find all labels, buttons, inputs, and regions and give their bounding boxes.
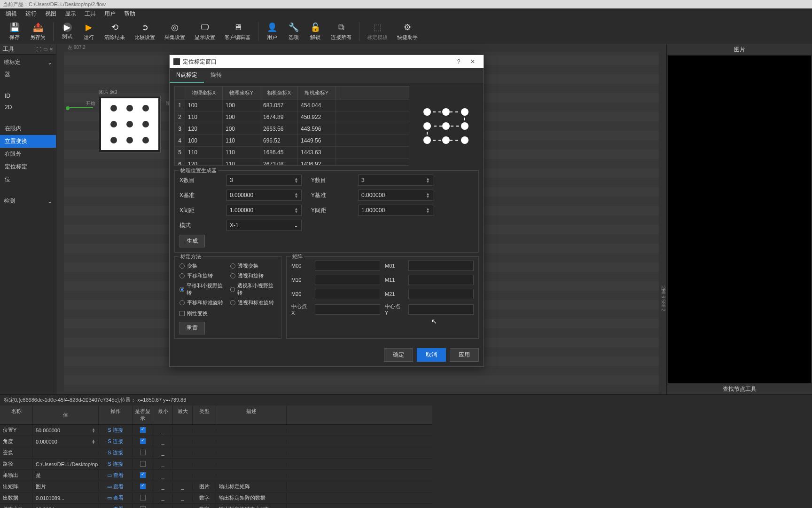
- ybase-input[interactable]: 0.000000▲▼: [358, 190, 433, 201]
- show-checkbox[interactable]: [140, 484, 146, 489]
- close-button[interactable]: ✕: [466, 58, 480, 65]
- value-cell[interactable]: 是: [33, 470, 99, 480]
- show-checkbox[interactable]: [140, 438, 146, 444]
- coord-row[interactable]: 51101101686.451443.63: [175, 146, 409, 158]
- op-link[interactable]: S 连接: [108, 438, 123, 444]
- capture-button[interactable]: ◎采集设置: [160, 20, 190, 43]
- coord-row[interactable]: 21101001674.89450.922: [175, 111, 409, 123]
- method-radio[interactable]: 透视变换: [230, 262, 276, 270]
- op-link[interactable]: S 连接: [108, 450, 123, 455]
- op-link[interactable]: S 连接: [108, 427, 123, 433]
- method-radio[interactable]: 平移和小视野旋转: [180, 282, 226, 296]
- help-button[interactable]: ?: [452, 58, 466, 65]
- connect-all-button[interactable]: ⧉连接所有: [326, 20, 356, 43]
- m11-input[interactable]: [408, 275, 474, 285]
- spinner-icon[interactable]: ▲▼: [294, 192, 298, 198]
- editor-button[interactable]: 🖥客户编辑器: [220, 20, 255, 43]
- xgap-input[interactable]: 1.000000▲▼: [226, 205, 302, 216]
- op-link[interactable]: ▭ 查看: [107, 495, 124, 500]
- centerx-input[interactable]: [315, 304, 380, 315]
- method-radio[interactable]: 透视和旋转: [230, 272, 276, 279]
- xbase-input[interactable]: 0.000000▲▼: [226, 190, 302, 201]
- show-checkbox[interactable]: [140, 427, 146, 433]
- value-cell[interactable]: 98.3954: [33, 505, 99, 508]
- coord-row[interactable]: 4100110696.521449.56: [175, 135, 409, 146]
- tree-item[interactable]: 位: [0, 173, 56, 186]
- close-icon[interactable]: ✕: [49, 47, 53, 52]
- m01-input[interactable]: [408, 261, 474, 271]
- cancel-button[interactable]: 取消: [417, 348, 446, 362]
- spinner-icon[interactable]: ▲▼: [426, 192, 430, 198]
- menu-tools[interactable]: 工具: [81, 8, 100, 19]
- show-checkbox[interactable]: [140, 495, 146, 500]
- tab-npoint[interactable]: N点标定: [170, 68, 204, 83]
- dialog-title-bar[interactable]: 定位标定窗口 ? ✕: [170, 55, 484, 68]
- menu-user[interactable]: 用户: [101, 8, 119, 19]
- xcount-input[interactable]: 3▲▼: [226, 175, 302, 186]
- options-button[interactable]: 🔧选项: [283, 20, 304, 43]
- user-button[interactable]: 👤用户: [261, 20, 283, 43]
- generate-button[interactable]: 生成: [180, 235, 205, 247]
- tree-item[interactable]: 在眼内: [0, 122, 56, 135]
- run-button[interactable]: ▶运行: [78, 20, 100, 43]
- op-link[interactable]: S 连接: [108, 461, 123, 467]
- value-cell[interactable]: C:/Users/DELL/Desktop/np/3.yaml: [33, 460, 99, 468]
- show-checkbox[interactable]: [140, 506, 146, 508]
- spinner-icon[interactable]: ▲▼: [426, 177, 430, 183]
- value-cell[interactable]: 50.000000▲▼: [33, 426, 99, 435]
- show-checkbox[interactable]: [140, 472, 146, 478]
- show-checkbox[interactable]: [140, 450, 146, 455]
- value-cell[interactable]: [33, 452, 99, 454]
- m00-input[interactable]: [315, 261, 380, 271]
- m10-input[interactable]: [315, 275, 380, 285]
- spinner-icon[interactable]: ▲▼: [294, 207, 298, 213]
- spinner-icon[interactable]: ▲▼: [426, 207, 430, 213]
- op-link[interactable]: ▭ 查看: [107, 484, 124, 489]
- method-radio[interactable]: 平移和标准旋转: [180, 299, 226, 306]
- image-viewer[interactable]: [668, 56, 811, 383]
- method-radio[interactable]: 透视和小视野旋转: [230, 282, 276, 296]
- tree-item[interactable]: 器: [0, 68, 56, 81]
- expand-icon[interactable]: ⛶: [37, 47, 41, 52]
- m20-input[interactable]: [315, 289, 380, 299]
- dock-icon[interactable]: ▭: [43, 47, 47, 52]
- ycount-input[interactable]: 3▲▼: [358, 175, 433, 186]
- centery-input[interactable]: [408, 304, 474, 315]
- tree-item-selected[interactable]: 立置变换: [0, 135, 56, 148]
- tree-group-calib[interactable]: 维标定⌄: [0, 56, 56, 68]
- value-cell[interactable]: 0.0101089...: [33, 494, 99, 502]
- menu-help[interactable]: 帮助: [120, 8, 139, 19]
- coord-table[interactable]: 物理坐标X 物理坐标Y 相机坐标X 相机坐标Y 1100100683.05745…: [174, 86, 409, 166]
- save-button[interactable]: 💾保存: [4, 20, 25, 43]
- menu-run[interactable]: 运行: [22, 8, 40, 19]
- spinner-icon[interactable]: ▲▼: [294, 177, 298, 183]
- op-link[interactable]: ▭ 查看: [107, 472, 124, 478]
- tree-item[interactable]: 定位标定: [0, 160, 56, 173]
- m21-input[interactable]: [408, 289, 474, 299]
- coord-row[interactable]: 61201102673.081436.92: [175, 158, 409, 165]
- calib-template-button[interactable]: ⬚标定模板: [362, 20, 392, 43]
- method-radio[interactable]: 变换: [180, 262, 226, 270]
- ok-button[interactable]: 确定: [384, 348, 413, 362]
- image-node[interactable]: 图片 源0 开始 输出: [99, 96, 161, 152]
- mode-select[interactable]: X-1⌄: [226, 220, 302, 231]
- menu-edit[interactable]: 编辑: [2, 8, 21, 19]
- apply-button[interactable]: 应用: [450, 348, 479, 362]
- method-radio[interactable]: 平移和旋转: [180, 272, 226, 279]
- ygap-input[interactable]: 1.000000▲▼: [358, 205, 433, 216]
- coord-row[interactable]: 31201002663.56443.596: [175, 123, 409, 135]
- tree-item[interactable]: 2D: [0, 102, 56, 113]
- value-cell[interactable]: 0.000000▲▼: [33, 437, 99, 446]
- tree-item[interactable]: ID: [0, 90, 56, 102]
- tree-group-detect[interactable]: 检测⌄: [0, 195, 56, 207]
- test-button[interactable]: ▶测试: [56, 21, 78, 42]
- canvas-port[interactable]: [66, 106, 70, 110]
- assistant-button[interactable]: ⚙快捷助手: [392, 20, 422, 43]
- clear-button[interactable]: ⟲清除结果: [100, 20, 130, 43]
- show-checkbox[interactable]: [140, 461, 146, 467]
- method-radio[interactable]: 透视和标准旋转: [230, 299, 276, 306]
- coord-row[interactable]: 1100100683.057454.044: [175, 99, 409, 111]
- tree-item[interactable]: 在眼外: [0, 148, 56, 160]
- menu-display[interactable]: 显示: [61, 8, 80, 19]
- value-cell[interactable]: 图片: [33, 482, 99, 492]
